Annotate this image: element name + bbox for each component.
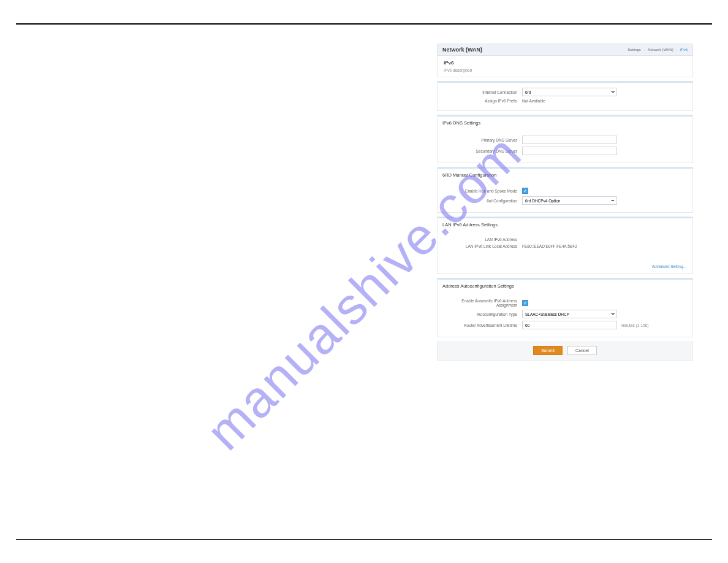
lan-ipv6-ll-value: FE80::EEAD:E0FF:FE4A:5B42 <box>522 244 577 248</box>
sixrd-title: 6RD Manual Configuration <box>442 172 688 178</box>
crumb-settings[interactable]: Settings <box>628 48 641 52</box>
page-bottom-rule <box>16 539 712 540</box>
autoconfig-type-label: Autoconfiguration Type <box>444 312 522 316</box>
sixrd-section: 6RD Manual Configuration Enable Hub and … <box>437 167 693 213</box>
primary-dns-label: Primary DNS Server <box>444 138 522 142</box>
form-actions: Submit Cancel <box>437 341 693 361</box>
dns-title: IPv6 DNS Settings <box>442 120 688 126</box>
ipv6-dns-section: IPv6 DNS Settings Primary DNS Server Sec… <box>437 115 693 163</box>
advanced-setting-link[interactable]: Advanced Setting... <box>438 256 692 274</box>
sixrd-config-label: 6rd Configuration <box>444 199 522 203</box>
ra-lifetime-hint: minutes (1-150) <box>621 323 649 327</box>
sixrd-config-select[interactable]: 6rd DHCPv4 Option <box>522 196 617 205</box>
primary-dns-input[interactable] <box>522 136 617 144</box>
connection-section: Internet Connection 6rd Assign IPv6 Pref… <box>437 81 693 111</box>
panel-header: Network (WAN) Settings › Network (WAN) ›… <box>437 44 693 56</box>
crumb-ipv6[interactable]: IPv6 <box>680 48 688 52</box>
cancel-button[interactable]: Cancel <box>567 346 597 355</box>
enable-auto-label: Enable Automatic IPv6 Address Assignment <box>444 299 522 307</box>
secondary-dns-input[interactable] <box>522 147 617 155</box>
internet-connection-select[interactable]: 6rd <box>522 88 617 96</box>
ipv6-heading: IPv6 <box>444 60 686 66</box>
router-config-panel: Network (WAN) Settings › Network (WAN) ›… <box>437 44 693 361</box>
crumb-network-wan[interactable]: Network (WAN) <box>648 48 673 52</box>
hub-spoke-checkbox[interactable] <box>522 188 528 194</box>
ra-lifetime-label: Router Advertisement Lifetime <box>444 323 522 327</box>
autoconfig-type-select[interactable]: SLAAC+Stateless DHCP <box>522 310 617 318</box>
breadcrumb: Settings › Network (WAN) › IPv6 <box>628 48 688 52</box>
internet-connection-label: Internet Connection <box>444 90 522 94</box>
intro-card: IPv6 IPv6 description <box>437 56 693 77</box>
submit-button[interactable]: Submit <box>533 346 563 355</box>
secondary-dns-label: Secondary DNS Server <box>444 149 522 153</box>
assign-prefix-label: Assign IPv6 Prefix <box>444 99 522 103</box>
lan-ipv6-address-label: LAN IPv6 Address <box>444 237 522 242</box>
page-top-rule <box>16 23 712 25</box>
ipv6-desc: IPv6 description <box>444 68 686 72</box>
lan-ipv6-title: LAN IPv6 Address Settings <box>442 222 688 228</box>
assign-prefix-value: Not Available <box>522 99 545 103</box>
lan-ipv6-section: LAN IPv6 Address Settings LAN IPv6 Addre… <box>437 216 693 274</box>
enable-auto-checkbox[interactable] <box>522 300 528 306</box>
hub-spoke-label: Enable Hub and Spoke Mode <box>444 189 522 193</box>
page-title: Network (WAN) <box>442 47 482 53</box>
autoconfig-title: Address Autoconfiguration Settings <box>442 283 688 289</box>
autoconfig-section: Address Autoconfiguration Settings Enabl… <box>437 278 693 337</box>
lan-ipv6-ll-label: LAN IPv6 Link-Local Address <box>444 244 522 248</box>
ra-lifetime-input[interactable] <box>522 321 617 329</box>
